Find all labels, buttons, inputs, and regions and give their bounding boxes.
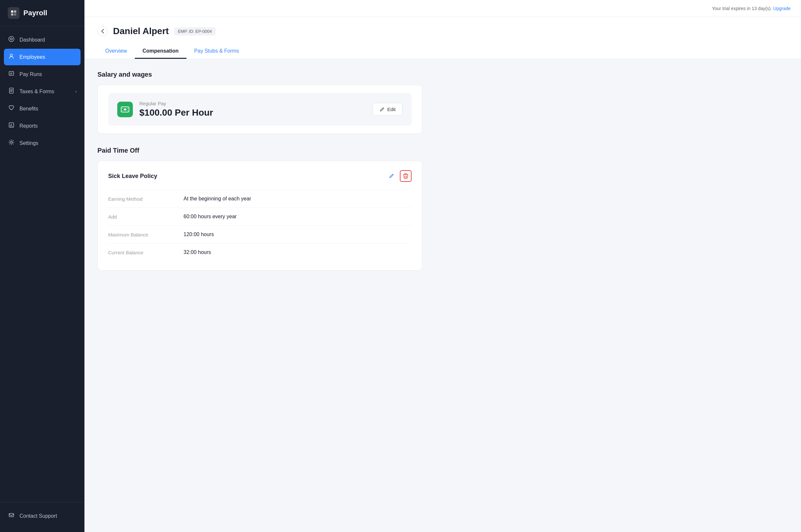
pto-value-earning-method: At the beginning of each year xyxy=(184,196,251,202)
trial-text: Your trial expires in 13 day(s). xyxy=(712,6,772,11)
tab-overview[interactable]: Overview xyxy=(97,44,135,59)
svg-rect-2 xyxy=(11,13,13,16)
employee-header: Daniel Alpert EMP. ID: EP-0004 Overview … xyxy=(84,17,801,59)
emp-id-badge: EMP. ID: EP-0004 xyxy=(174,27,216,35)
sidebar-item-reports[interactable]: Reports xyxy=(0,118,84,134)
pto-header: Sick Leave Policy xyxy=(108,170,412,182)
sidebar-item-label: Benefits xyxy=(19,106,38,112)
tabs: Overview Compensation Pay Stubs & Forms xyxy=(97,44,788,59)
svg-rect-7 xyxy=(9,72,14,75)
app-logo: Payroll xyxy=(0,0,84,26)
svg-point-10 xyxy=(11,141,12,143)
pto-value-current-balance: 32:00 hours xyxy=(184,249,211,255)
main-content: Your trial expires in 13 day(s). Upgrade… xyxy=(84,0,801,532)
pto-value-max-balance: 120:00 hours xyxy=(184,232,214,238)
svg-rect-0 xyxy=(11,11,13,13)
pay-amount: $100.00 Per Hour xyxy=(139,108,366,118)
sidebar-item-pay-runs[interactable]: Pay Runs xyxy=(0,66,84,82)
top-bar: Your trial expires in 13 day(s). Upgrade xyxy=(84,0,801,17)
sidebar-bottom: Contact Support xyxy=(0,502,84,532)
sidebar-nav: Dashboard Employees Pay Runs Taxes & For… xyxy=(0,26,84,502)
edit-label: Edit xyxy=(387,107,396,112)
salary-card: Regular Pay $100.00 Per Hour Edit xyxy=(97,85,422,134)
pay-details: Regular Pay $100.00 Per Hour xyxy=(139,101,366,118)
pay-runs-icon xyxy=(8,70,15,78)
sidebar-item-taxes-forms[interactable]: Taxes & Forms › xyxy=(0,83,84,100)
edit-salary-button[interactable]: Edit xyxy=(373,103,402,116)
sidebar-item-contact-support[interactable]: Contact Support xyxy=(0,508,84,524)
benefits-icon xyxy=(8,104,15,113)
svg-point-6 xyxy=(11,54,13,57)
settings-icon xyxy=(8,139,15,147)
pto-label-max-balance: Maximum Balance xyxy=(108,232,173,238)
pto-label-current-balance: Current Balance xyxy=(108,250,173,255)
sidebar-item-label: Reports xyxy=(19,123,38,129)
tab-pay-stubs-forms[interactable]: Pay Stubs & Forms xyxy=(187,44,247,59)
back-button[interactable] xyxy=(97,26,108,36)
pto-label-earning-method: Earning Method xyxy=(108,196,173,202)
employee-title-row: Daniel Alpert EMP. ID: EP-0004 xyxy=(97,26,788,36)
pto-row-max-balance: Maximum Balance 120:00 hours xyxy=(108,225,412,243)
pto-value-add: 60:00 hours every year xyxy=(184,214,237,220)
logo-icon xyxy=(8,7,19,19)
delete-pto-button[interactable] xyxy=(400,170,412,182)
sidebar-item-benefits[interactable]: Benefits xyxy=(0,100,84,117)
svg-rect-11 xyxy=(9,513,14,517)
page-content: Daniel Alpert EMP. ID: EP-0004 Overview … xyxy=(84,17,801,532)
employees-icon xyxy=(8,53,15,61)
pto-label-add: Add xyxy=(108,214,173,220)
app-name: Payroll xyxy=(23,9,47,17)
svg-rect-1 xyxy=(14,11,16,13)
salary-inner: Regular Pay $100.00 Per Hour Edit xyxy=(108,93,412,126)
sidebar-item-dashboard[interactable]: Dashboard xyxy=(0,32,84,48)
sidebar-item-settings[interactable]: Settings xyxy=(0,135,84,151)
regular-pay-icon xyxy=(117,102,133,117)
sidebar-item-employees[interactable]: Employees xyxy=(4,49,80,65)
svg-point-5 xyxy=(11,38,12,40)
pto-actions xyxy=(385,170,412,182)
chevron-right-icon: › xyxy=(75,89,77,94)
pto-row-earning-method: Earning Method At the beginning of each … xyxy=(108,190,412,208)
pto-policy-name: Sick Leave Policy xyxy=(108,173,157,179)
reports-icon xyxy=(8,122,15,130)
sidebar-item-label: Employees xyxy=(19,54,45,60)
employee-name: Daniel Alpert xyxy=(113,26,169,36)
edit-pto-button[interactable] xyxy=(385,170,397,182)
pto-card: Sick Leave Policy Earning Method At the … xyxy=(97,161,422,270)
sidebar: Payroll Dashboard Employees Pay Runs Tax… xyxy=(0,0,84,532)
pto-section-title: Paid Time Off xyxy=(97,147,422,154)
pto-row-add: Add 60:00 hours every year xyxy=(108,208,412,225)
sidebar-item-label: Taxes & Forms xyxy=(19,89,54,95)
dashboard-icon xyxy=(8,36,15,44)
svg-point-4 xyxy=(9,36,14,42)
pto-fields: Earning Method At the beginning of each … xyxy=(108,190,412,261)
sidebar-item-label: Dashboard xyxy=(19,37,45,43)
taxes-forms-icon xyxy=(8,88,15,95)
tab-compensation[interactable]: Compensation xyxy=(135,44,187,59)
svg-rect-13 xyxy=(124,109,126,110)
svg-rect-3 xyxy=(14,13,16,16)
salary-section-title: Salary and wages xyxy=(97,71,422,78)
pay-type: Regular Pay xyxy=(139,101,366,106)
pto-row-current-balance: Current Balance 32:00 hours xyxy=(108,243,412,261)
page-body: Salary and wages Regular Pay $100.00 Per… xyxy=(84,59,435,282)
upgrade-link[interactable]: Upgrade xyxy=(773,6,790,11)
sidebar-item-label: Contact Support xyxy=(19,513,57,519)
sidebar-item-label: Pay Runs xyxy=(19,72,42,77)
sidebar-item-label: Settings xyxy=(19,140,38,146)
contact-support-icon xyxy=(8,512,15,520)
